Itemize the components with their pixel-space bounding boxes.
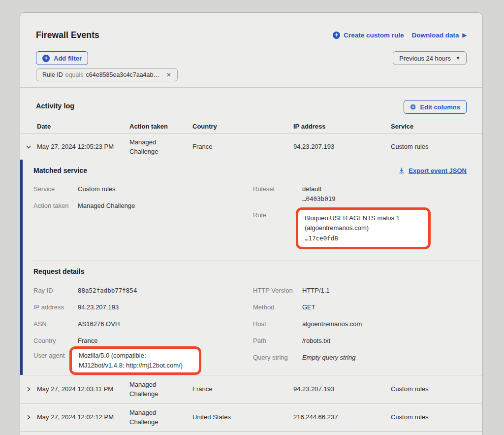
- plus-icon: +: [333, 32, 340, 39]
- download-data-label: Download data: [412, 32, 459, 39]
- table-row[interactable]: May 27, 2024 11:59:04 AM Managed Challen…: [20, 432, 482, 435]
- request-host: Host algoentremanos.com: [253, 319, 467, 329]
- download-data-link[interactable]: Download data ▶: [412, 32, 467, 39]
- row-action: Managed Challenge: [129, 380, 192, 399]
- path-label: Path: [253, 336, 302, 346]
- close-icon[interactable]: ✕: [166, 72, 171, 78]
- row-service: Custom rules: [391, 412, 482, 422]
- filter-chip-rule-id[interactable]: Rule ID equals c64e8585ea3c4c7aa4ab… ✕: [36, 68, 178, 81]
- request-http-version: HTTP Version HTTP/1.1: [253, 286, 467, 296]
- action-taken-label: Action taken: [33, 201, 78, 211]
- row-service: Custom rules: [391, 142, 482, 152]
- request-query-string: Query string Empty query string: [253, 353, 467, 363]
- rule-label: Rule: [253, 210, 296, 249]
- asn-label: ASN: [33, 319, 78, 329]
- query-string-label: Query string: [253, 353, 302, 363]
- row-country: United States: [192, 412, 293, 422]
- method-value: GET: [302, 302, 315, 312]
- activity-log-title: Activity log: [36, 102, 74, 110]
- http-version-value: HTTP/1.1: [302, 286, 330, 296]
- add-filter-button[interactable]: + Add filter: [36, 51, 88, 65]
- create-custom-rule-label: Create custom rule: [344, 32, 404, 39]
- add-filter-label: Add filter: [54, 55, 82, 62]
- row-service: Custom rules: [391, 384, 482, 394]
- table-row[interactable]: May 27, 2024 12:02:12 PM Managed Challen…: [20, 403, 482, 431]
- export-event-json-label: Export event JSON: [409, 167, 467, 174]
- chevron-down-icon[interactable]: [20, 134, 37, 160]
- table-row[interactable]: May 27, 2024 12:03:11 PM Managed Challen…: [20, 375, 482, 403]
- matched-service-title: Matched service: [33, 167, 87, 174]
- action-taken-value: Managed Challenge: [78, 201, 135, 211]
- time-range-dropdown[interactable]: Previous 24 hours ▼: [393, 51, 467, 65]
- country-value: France: [78, 336, 97, 346]
- path-value: /robots.txt: [302, 336, 330, 346]
- http-version-label: HTTP Version: [253, 286, 302, 296]
- ray-id-value: 88a52fadbb77f854: [78, 286, 137, 296]
- service-label: Service: [33, 184, 78, 194]
- chevron-right-icon[interactable]: [20, 403, 37, 431]
- row-date: May 27, 2024 12:05:23 PM: [37, 142, 129, 152]
- chevron-right-icon[interactable]: [20, 432, 37, 435]
- edit-columns-label: Edit columns: [420, 103, 460, 111]
- row-country: France: [192, 142, 293, 152]
- page-title: Firewall Events: [36, 30, 99, 40]
- column-header-country: Country: [192, 123, 293, 130]
- plus-icon: +: [42, 55, 50, 62]
- table-row[interactable]: May 27, 2024 12:05:23 PM Managed Challen…: [20, 134, 482, 160]
- ruleset-id: …0403b019: [302, 194, 336, 203]
- export-event-json-link[interactable]: Export event JSON: [398, 167, 467, 174]
- row-country: France: [192, 384, 293, 394]
- request-details-title: Request details: [33, 268, 467, 275]
- rule-id: …17ce0fd8: [305, 233, 422, 243]
- triangle-right-icon: ▶: [463, 33, 467, 38]
- request-ip: IP address 94.23.207.193: [33, 302, 253, 312]
- matched-service-action: Action taken Managed Challenge: [33, 201, 253, 211]
- download-icon: [398, 167, 405, 174]
- asn-value: AS16276 OVH: [78, 319, 120, 329]
- ruleset-name: default: [302, 184, 336, 194]
- rule-name: Bloqueo USER AGENTS malos 1 (algoentrema…: [305, 214, 400, 232]
- row-action: Managed Challenge: [129, 408, 192, 427]
- matched-service-rule: Rule Bloqueo USER AGENTS malos 1 (algoen…: [253, 210, 467, 249]
- query-string-value: Empty query string: [302, 353, 355, 363]
- method-label: Method: [253, 302, 302, 312]
- matched-service-service: Service Custom rules: [33, 184, 253, 194]
- ip-address-value: 94.23.207.193: [78, 302, 119, 312]
- host-label: Host: [253, 319, 302, 329]
- time-range-label: Previous 24 hours: [399, 55, 451, 62]
- column-header-action: Action taken: [129, 123, 192, 130]
- column-header-date: Date: [37, 123, 129, 130]
- ruleset-label: Ruleset: [253, 184, 302, 203]
- matched-service-ruleset: Ruleset default …0403b019: [253, 184, 467, 203]
- detail-divider: [31, 261, 481, 261]
- request-country: Country France: [33, 336, 253, 346]
- request-asn: ASN AS16276 OVH: [33, 319, 253, 329]
- request-path: Path /robots.txt: [253, 336, 467, 346]
- row-ip: 216.244.66.237: [293, 412, 391, 422]
- event-detail-panel: Matched service Export event JSON Servic…: [20, 160, 482, 375]
- create-custom-rule-link[interactable]: + Create custom rule: [333, 32, 404, 39]
- user-agent-label: User agent: [33, 351, 69, 375]
- annotation-highlight-user-agent: Mozilla/5.0 (compatible; MJ12bot/v1.4.8;…: [69, 346, 201, 375]
- ray-id-label: Ray ID: [33, 286, 78, 296]
- column-header-ip: IP address: [293, 123, 391, 130]
- edit-columns-button[interactable]: ⚙ Edit columns: [404, 100, 467, 114]
- filter-value: c64e8585ea3c4c7aa4ab…: [86, 71, 159, 78]
- row-ip: 94.23.207.193: [293, 384, 391, 394]
- user-agent-value: Mozilla/5.0 (compatible; MJ12bot/v1.4.8;…: [79, 352, 183, 369]
- service-value: Custom rules: [78, 184, 116, 194]
- filter-field: Rule ID: [42, 71, 63, 78]
- caret-down-icon: ▼: [456, 56, 460, 61]
- row-ip: 94.23.207.193: [293, 142, 391, 152]
- country-label: Country: [33, 336, 78, 346]
- firewall-events-panel: Firewall Events + Create custom rule Dow…: [20, 12, 483, 435]
- column-header-service: Service: [391, 123, 482, 130]
- host-value: algoentremanos.com: [302, 319, 362, 329]
- row-date: May 27, 2024 12:03:11 PM: [37, 384, 129, 394]
- gear-icon: ⚙: [410, 103, 416, 110]
- row-date: May 27, 2024 12:02:12 PM: [37, 412, 129, 422]
- filter-operator: equals: [65, 71, 84, 78]
- request-method: Method GET: [253, 302, 467, 312]
- request-user-agent: User agent Mozilla/5.0 (compatible; MJ12…: [33, 351, 253, 375]
- chevron-right-icon[interactable]: [20, 375, 37, 403]
